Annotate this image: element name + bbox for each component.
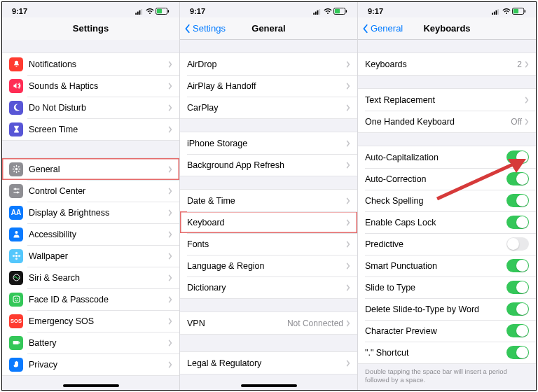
list-item[interactable]: Control Center (2, 180, 179, 202)
list-item[interactable]: VPNNot Connected (180, 312, 357, 334)
toggle-switch[interactable] (506, 302, 529, 316)
list-item[interactable]: Face ID & Passcode (2, 288, 179, 310)
svg-point-26 (18, 255, 20, 257)
svg-point-24 (15, 258, 17, 260)
chevron-right-icon (346, 162, 350, 169)
list-item[interactable]: AirDrop (180, 53, 357, 75)
svg-rect-33 (313, 13, 315, 15)
list-item-label: Date & Time (187, 196, 346, 206)
list-item[interactable]: General (2, 158, 179, 180)
status-time: 9:17 (12, 7, 27, 15)
svg-rect-44 (497, 8, 499, 14)
list-item[interactable]: Date & Time (180, 190, 357, 211)
home-indicator[interactable] (241, 384, 297, 387)
list-item-label: Emergency SOS (29, 316, 168, 326)
list-item[interactable]: AADisplay & Brightness (2, 202, 179, 223)
list-item[interactable]: Screen Time (2, 118, 179, 140)
svg-point-23 (15, 252, 17, 254)
list-item-label: Screen Time (29, 125, 168, 134)
back-button[interactable]: General (362, 18, 403, 39)
list-item-label: Keyboards (365, 59, 517, 69)
list-item-label: Wallpaper (29, 251, 168, 261)
list-item[interactable]: Legal & Regulatory (180, 352, 357, 374)
svg-rect-31 (13, 341, 18, 344)
footnote: Double tapping the space bar will insert… (358, 364, 536, 385)
list-item[interactable]: Sounds & Haptics (2, 75, 179, 97)
chevron-right-icon (346, 61, 350, 68)
chevron-right-icon (168, 104, 172, 111)
flower-icon (9, 249, 23, 263)
list-item-label: iPhone Storage (187, 139, 346, 148)
back-button[interactable]: Settings (184, 18, 226, 39)
list-item[interactable]: Text Replacement (358, 89, 536, 111)
chevron-left-icon (184, 24, 191, 34)
list-item[interactable]: Notifications (2, 53, 179, 75)
list-item-label: Legal & Regulatory (187, 358, 346, 368)
list-item[interactable]: Siri & Search (2, 267, 179, 288)
chevron-right-icon (168, 296, 172, 303)
list-item-label: Predictive (365, 239, 506, 249)
face-icon (9, 293, 23, 307)
list-item-label: Delete Slide-to-Type by Word (365, 304, 506, 314)
list-item[interactable]: Accessibility (2, 223, 179, 245)
list-item: Smart Punctuation (358, 255, 536, 276)
list-item[interactable]: One Handed KeyboardOff (358, 111, 536, 132)
list-item-label: Background App Refresh (187, 160, 346, 170)
home-indicator[interactable] (63, 384, 119, 387)
list-item[interactable]: iPhone Storage (180, 132, 357, 154)
list-item[interactable]: CarPlay (180, 97, 357, 118)
list-item[interactable]: Battery (2, 332, 179, 354)
svg-point-22 (15, 255, 17, 257)
list-item: Auto-Capitalization (358, 146, 536, 168)
list-item[interactable]: Dictionary (180, 276, 357, 298)
chevron-right-icon (168, 318, 172, 325)
list-item-label: Sounds & Haptics (29, 81, 168, 91)
list-item[interactable]: AirPlay & Handoff (180, 75, 357, 97)
toggle-switch[interactable] (506, 194, 529, 207)
nav-bar: Settings General (180, 18, 357, 40)
back-label: Settings (193, 23, 226, 34)
status-time: 9:17 (368, 7, 383, 15)
list-item: Predictive (358, 233, 536, 255)
chevron-right-icon (525, 61, 529, 68)
list-item-label: Fonts (187, 239, 346, 249)
battery-icon (512, 8, 526, 15)
svg-point-37 (327, 13, 329, 14)
toggle-switch[interactable] (506, 281, 529, 294)
list-item: Enable Caps Lock (358, 211, 536, 233)
toggle-switch[interactable] (506, 150, 529, 164)
chevron-right-icon (525, 97, 529, 104)
chevron-right-icon (168, 188, 172, 195)
list-item[interactable]: Keyboard (180, 211, 357, 233)
list-item: Slide to Type (358, 276, 536, 298)
chevron-right-icon (346, 197, 350, 204)
list-item[interactable]: SOSEmergency SOS (2, 310, 179, 332)
nav-title: Settings (73, 23, 109, 34)
list-item[interactable]: Privacy (2, 354, 179, 375)
list-item[interactable]: Do Not Disturb (2, 97, 179, 118)
list-item[interactable]: Keyboards2 (358, 53, 536, 75)
moon-icon (9, 101, 23, 115)
signal-icon (135, 8, 144, 15)
list-item[interactable]: Wallpaper (2, 245, 179, 267)
chevron-right-icon (525, 118, 529, 125)
svg-point-19 (14, 188, 16, 190)
toggle-switch[interactable] (506, 324, 529, 337)
wifi-icon (146, 8, 154, 15)
chevron-right-icon (168, 126, 172, 133)
svg-rect-48 (525, 10, 525, 13)
svg-rect-2 (139, 10, 141, 14)
svg-point-25 (12, 255, 14, 257)
list-item[interactable]: Background App Refresh (180, 154, 357, 176)
toggle-switch[interactable] (506, 237, 529, 251)
list-item[interactable]: Language & Region (180, 255, 357, 276)
list-item[interactable]: Fonts (180, 233, 357, 255)
toggle-switch[interactable] (506, 259, 529, 272)
chevron-right-icon (346, 284, 350, 291)
toggle-switch[interactable] (506, 216, 529, 229)
list-item: Check Spelling (358, 190, 536, 211)
toggle-switch[interactable] (506, 172, 529, 186)
toggle-switch[interactable] (506, 346, 529, 359)
svg-point-4 (149, 13, 151, 14)
list-item-label: Notifications (29, 59, 168, 69)
